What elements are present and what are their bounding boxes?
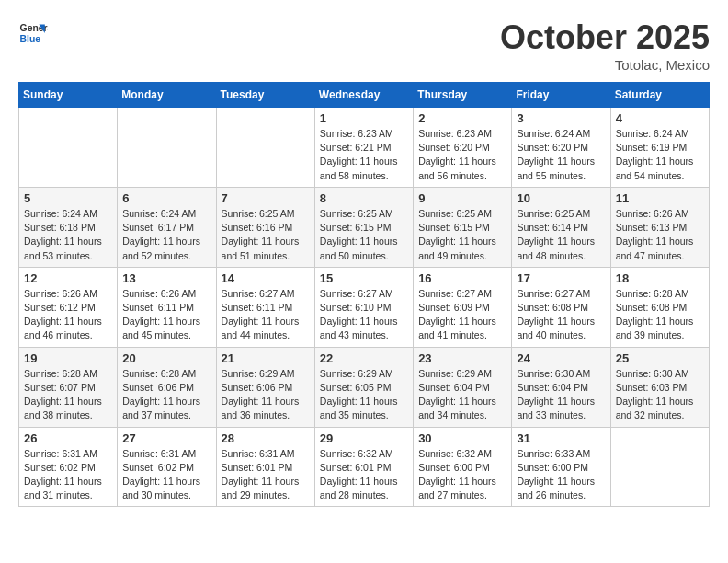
day-number: 2 [418,111,506,125]
calendar-week-row: 12Sunrise: 6:26 AM Sunset: 6:12 PM Dayli… [19,267,710,347]
day-number: 19 [24,351,112,365]
day-info: Sunrise: 6:29 AM Sunset: 6:05 PM Dayligh… [320,367,408,423]
table-row: 28Sunrise: 6:31 AM Sunset: 6:01 PM Dayli… [216,427,314,507]
day-info: Sunrise: 6:30 AM Sunset: 6:04 PM Dayligh… [517,367,605,423]
day-info: Sunrise: 6:31 AM Sunset: 6:02 PM Dayligh… [24,447,112,503]
day-number: 23 [418,351,506,365]
table-row: 2Sunrise: 6:23 AM Sunset: 6:20 PM Daylig… [414,108,512,188]
day-info: Sunrise: 6:25 AM Sunset: 6:14 PM Dayligh… [517,207,605,263]
table-row: 9Sunrise: 6:25 AM Sunset: 6:15 PM Daylig… [414,187,512,267]
day-number: 21 [222,351,310,365]
table-row: 12Sunrise: 6:26 AM Sunset: 6:12 PM Dayli… [19,267,118,347]
table-row: 13Sunrise: 6:26 AM Sunset: 6:11 PM Dayli… [118,267,216,347]
day-info: Sunrise: 6:24 AM Sunset: 6:17 PM Dayligh… [122,207,210,263]
month-title: October 2025 [500,18,710,57]
calendar-header-row: Sunday Monday Tuesday Wednesday Thursday… [19,83,710,108]
table-row: 25Sunrise: 6:30 AM Sunset: 6:03 PM Dayli… [610,347,709,427]
day-info: Sunrise: 6:29 AM Sunset: 6:04 PM Dayligh… [418,367,506,423]
day-info: Sunrise: 6:26 AM Sunset: 6:13 PM Dayligh… [616,207,704,263]
day-info: Sunrise: 6:29 AM Sunset: 6:06 PM Dayligh… [222,367,310,423]
day-number: 28 [222,431,310,445]
day-info: Sunrise: 6:30 AM Sunset: 6:03 PM Dayligh… [616,367,704,423]
day-number: 30 [418,431,506,445]
day-number: 17 [517,271,605,285]
day-number: 24 [517,351,605,365]
day-number: 6 [122,191,210,205]
day-number: 13 [122,271,210,285]
day-number: 4 [616,111,704,125]
day-number: 12 [24,271,112,285]
calendar-week-row: 5Sunrise: 6:24 AM Sunset: 6:18 PM Daylig… [19,187,710,267]
table-row: 11Sunrise: 6:26 AM Sunset: 6:13 PM Dayli… [610,187,709,267]
day-info: Sunrise: 6:26 AM Sunset: 6:12 PM Dayligh… [24,287,112,343]
table-row: 29Sunrise: 6:32 AM Sunset: 6:01 PM Dayli… [314,427,413,507]
day-number: 11 [616,191,704,205]
table-row: 20Sunrise: 6:28 AM Sunset: 6:06 PM Dayli… [118,347,216,427]
day-info: Sunrise: 6:26 AM Sunset: 6:11 PM Dayligh… [122,287,210,343]
table-row: 6Sunrise: 6:24 AM Sunset: 6:17 PM Daylig… [118,187,216,267]
calendar-week-row: 19Sunrise: 6:28 AM Sunset: 6:07 PM Dayli… [19,347,710,427]
day-info: Sunrise: 6:31 AM Sunset: 6:02 PM Dayligh… [122,447,210,503]
day-number: 10 [517,191,605,205]
day-info: Sunrise: 6:32 AM Sunset: 6:00 PM Dayligh… [418,447,506,503]
day-info: Sunrise: 6:25 AM Sunset: 6:15 PM Dayligh… [418,207,506,263]
table-row [610,427,709,507]
day-info: Sunrise: 6:28 AM Sunset: 6:08 PM Dayligh… [616,287,704,343]
table-row: 4Sunrise: 6:24 AM Sunset: 6:19 PM Daylig… [610,108,709,188]
day-info: Sunrise: 6:28 AM Sunset: 6:07 PM Dayligh… [24,367,112,423]
day-info: Sunrise: 6:24 AM Sunset: 6:20 PM Dayligh… [517,127,605,183]
table-row: 30Sunrise: 6:32 AM Sunset: 6:00 PM Dayli… [414,427,512,507]
day-number: 31 [517,431,605,445]
col-tuesday: Tuesday [216,83,314,108]
table-row: 27Sunrise: 6:31 AM Sunset: 6:02 PM Dayli… [118,427,216,507]
day-info: Sunrise: 6:23 AM Sunset: 6:20 PM Dayligh… [418,127,506,183]
day-number: 25 [616,351,704,365]
table-row [118,108,216,188]
calendar-week-row: 1Sunrise: 6:23 AM Sunset: 6:21 PM Daylig… [19,108,710,188]
table-row: 17Sunrise: 6:27 AM Sunset: 6:08 PM Dayli… [512,267,610,347]
day-info: Sunrise: 6:24 AM Sunset: 6:19 PM Dayligh… [616,127,704,183]
day-number: 7 [222,191,310,205]
day-number: 3 [517,111,605,125]
table-row: 19Sunrise: 6:28 AM Sunset: 6:07 PM Dayli… [19,347,118,427]
table-row: 10Sunrise: 6:25 AM Sunset: 6:14 PM Dayli… [512,187,610,267]
day-info: Sunrise: 6:23 AM Sunset: 6:21 PM Dayligh… [320,127,408,183]
table-row: 22Sunrise: 6:29 AM Sunset: 6:05 PM Dayli… [314,347,413,427]
page-header: General Blue October 2025 Totolac, Mexic… [18,18,710,73]
table-row: 7Sunrise: 6:25 AM Sunset: 6:16 PM Daylig… [216,187,314,267]
table-row: 23Sunrise: 6:29 AM Sunset: 6:04 PM Dayli… [414,347,512,427]
calendar-week-row: 26Sunrise: 6:31 AM Sunset: 6:02 PM Dayli… [19,427,710,507]
col-friday: Friday [512,83,610,108]
day-number: 5 [24,191,112,205]
day-number: 1 [320,111,408,125]
day-info: Sunrise: 6:27 AM Sunset: 6:11 PM Dayligh… [222,287,310,343]
table-row [19,108,118,188]
day-info: Sunrise: 6:28 AM Sunset: 6:06 PM Dayligh… [122,367,210,423]
day-number: 14 [222,271,310,285]
table-row: 15Sunrise: 6:27 AM Sunset: 6:10 PM Dayli… [314,267,413,347]
day-number: 18 [616,271,704,285]
col-thursday: Thursday [414,83,512,108]
table-row: 18Sunrise: 6:28 AM Sunset: 6:08 PM Dayli… [610,267,709,347]
day-info: Sunrise: 6:27 AM Sunset: 6:09 PM Dayligh… [418,287,506,343]
day-info: Sunrise: 6:25 AM Sunset: 6:16 PM Dayligh… [222,207,310,263]
col-monday: Monday [118,83,216,108]
day-number: 20 [122,351,210,365]
logo: General Blue [18,18,48,48]
calendar-table: Sunday Monday Tuesday Wednesday Thursday… [18,82,710,507]
day-number: 29 [320,431,408,445]
table-row: 1Sunrise: 6:23 AM Sunset: 6:21 PM Daylig… [314,108,413,188]
table-row: 14Sunrise: 6:27 AM Sunset: 6:11 PM Dayli… [216,267,314,347]
col-sunday: Sunday [19,83,118,108]
day-info: Sunrise: 6:32 AM Sunset: 6:01 PM Dayligh… [320,447,408,503]
day-info: Sunrise: 6:27 AM Sunset: 6:10 PM Dayligh… [320,287,408,343]
day-number: 22 [320,351,408,365]
day-info: Sunrise: 6:24 AM Sunset: 6:18 PM Dayligh… [24,207,112,263]
table-row [216,108,314,188]
day-number: 8 [320,191,408,205]
svg-text:Blue: Blue [20,34,41,44]
col-saturday: Saturday [610,83,709,108]
day-info: Sunrise: 6:33 AM Sunset: 6:00 PM Dayligh… [517,447,605,503]
day-number: 9 [418,191,506,205]
table-row: 24Sunrise: 6:30 AM Sunset: 6:04 PM Dayli… [512,347,610,427]
